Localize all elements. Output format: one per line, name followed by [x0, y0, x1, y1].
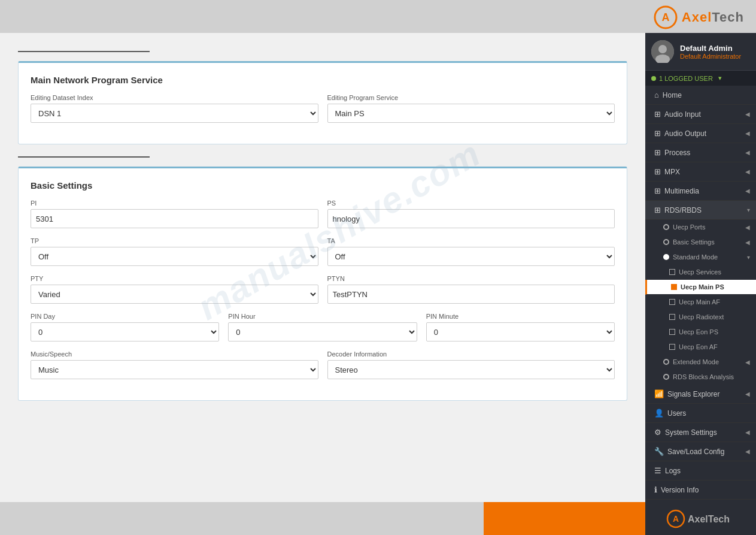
top-bar: A AxelTech — [0, 0, 756, 33]
sidebar-item-system-settings[interactable]: ⚙ System Settings ◀ — [645, 423, 756, 442]
sidebar-item-logs[interactable]: ☰ Logs — [645, 461, 756, 480]
sidebar-logo: A AxelTech — [645, 500, 756, 535]
ptyn-input[interactable] — [327, 285, 615, 304]
checkbox-uecp-main-ps — [671, 284, 677, 290]
home-icon: ⌂ — [654, 90, 659, 99]
pi-group: PI — [31, 200, 318, 228]
signals-icon: 📶 — [654, 389, 664, 398]
svg-text:A: A — [672, 514, 678, 524]
chevron-audio-input: ◀ — [745, 111, 750, 117]
chevron-multimedia: ◀ — [745, 188, 750, 194]
checkbox-uecp-services — [669, 269, 675, 275]
chevron-process: ◀ — [745, 149, 750, 156]
pin-hour-label: PIN Hour — [228, 313, 417, 320]
sidebar-user-name: Default Admin — [680, 44, 750, 53]
pty-ptyn-row: PTY Varied PTYN — [31, 275, 615, 304]
ta-group: TA Off — [327, 237, 615, 266]
sidebar-item-rds-rbds[interactable]: ⊞ RDS/RBDS ▾ — [645, 201, 756, 220]
logged-user-bar[interactable]: 1 LOGGED USER ▾ — [645, 71, 756, 86]
editing-dataset-select[interactable]: DSN 1 — [31, 104, 318, 123]
chevron-basic-settings: ◀ — [745, 239, 750, 246]
sidebar-item-save-load[interactable]: 🔧 Save/Load Config ◀ — [645, 442, 756, 461]
editing-program-select[interactable]: Main PS — [327, 104, 615, 123]
sidebar-sub-uecp-main-af[interactable]: Uecp Main AF — [645, 295, 756, 310]
audio-output-icon: ⊞ — [654, 129, 661, 138]
svg-point-3 — [658, 45, 667, 53]
main-network-row: Editing Dataset Index DSN 1 Editing Prog… — [31, 94, 615, 123]
tp-ta-row: TP Off TA Off — [31, 237, 615, 266]
sidebar-users-label: Users — [667, 409, 686, 418]
decoder-info-select[interactable]: Stereo — [327, 360, 615, 379]
axeltech-logo-icon: A — [653, 5, 678, 30]
main-network-title: Main Network Program Service — [31, 75, 615, 85]
sidebar-sub-rds-blocks[interactable]: RDS Blocks Analysis — [645, 370, 756, 385]
sidebar-sub-standard-mode[interactable]: Standard Mode ▾ — [645, 250, 756, 265]
sidebar-version-label: Version Info — [661, 486, 699, 494]
radio-rds-blocks — [663, 374, 669, 380]
sidebar-item-audio-input[interactable]: ⊞ Audio Input ◀ — [645, 105, 756, 124]
logged-user-count: 1 LOGGED USER — [659, 75, 713, 82]
pin-hour-select[interactable]: 0 — [228, 322, 417, 341]
pi-ps-row: PI PS — [31, 200, 615, 228]
editing-dataset-group: Editing Dataset Index DSN 1 — [31, 94, 318, 123]
music-speech-group: Music/Speech Music — [31, 350, 318, 379]
sidebar-item-audio-output[interactable]: ⊞ Audio Output ◀ — [645, 124, 756, 143]
avatar — [651, 40, 674, 63]
section-divider-1 — [18, 51, 150, 52]
sidebar-item-signals-explorer[interactable]: 📶 Signals Explorer ◀ — [645, 385, 756, 404]
sidebar-sub-basic-settings[interactable]: Basic Settings ◀ — [645, 235, 756, 250]
ps-group: PS — [327, 200, 615, 228]
sidebar-process-label: Process — [664, 149, 690, 157]
basic-settings-title: Basic Settings — [31, 180, 615, 191]
pin-minute-group: PIN Minute 0 — [426, 313, 615, 341]
sidebar-audio-input-label: Audio Input — [664, 110, 701, 119]
chevron-uecp-ports: ◀ — [745, 224, 750, 231]
sidebar-item-mpx[interactable]: ⊞ MPX ◀ — [645, 162, 756, 182]
sidebar-mpx-label: MPX — [664, 168, 680, 176]
sidebar-save-load-label: Save/Load Config — [667, 448, 724, 456]
sidebar-item-multimedia[interactable]: ⊞ Multimedia ◀ — [645, 182, 756, 201]
chevron-rds: ▾ — [747, 207, 750, 213]
ps-input[interactable] — [327, 209, 615, 228]
checkbox-uecp-radiotext — [669, 314, 675, 320]
tp-select[interactable]: Off — [31, 247, 318, 266]
multimedia-icon: ⊞ — [654, 186, 661, 195]
sidebar-standard-mode-label: Standard Mode — [673, 253, 718, 261]
sidebar: Default Admin Default Administrator 1 LO… — [645, 33, 756, 535]
decoder-info-label: Decoder Information — [327, 350, 615, 358]
music-decoder-row: Music/Speech Music Decoder Information S… — [31, 350, 615, 379]
sidebar-sub-uecp-ports[interactable]: Uecp Ports ◀ — [645, 220, 756, 235]
sidebar-signals-label: Signals Explorer — [667, 390, 719, 398]
pin-day-label: PIN Day — [31, 313, 219, 320]
system-settings-icon: ⚙ — [654, 428, 661, 437]
chevron-mpx: ◀ — [745, 168, 750, 175]
sidebar-uecp-eon-af-label: Uecp Eon AF — [679, 343, 718, 350]
ta-label: TA — [327, 237, 615, 244]
sidebar-item-version-info[interactable]: ℹ Version Info — [645, 480, 756, 500]
pin-day-select[interactable]: 0 — [31, 322, 219, 341]
sidebar-uecp-main-af-label: Uecp Main AF — [679, 298, 720, 306]
sidebar-user-info: Default Admin Default Administrator — [680, 44, 750, 60]
music-speech-select[interactable]: Music — [31, 360, 318, 379]
main-content: manualshive.com Main Network Program Ser… — [0, 33, 645, 535]
sidebar-sub-uecp-eon-af[interactable]: Uecp Eon AF — [645, 340, 756, 355]
sidebar-sub-uecp-services[interactable]: Uecp Services — [645, 265, 756, 280]
sidebar-item-users[interactable]: 👤 Users — [645, 404, 756, 423]
sidebar-uecp-main-ps-label: Uecp Main PS — [681, 283, 724, 291]
ta-select[interactable]: Off — [327, 247, 615, 266]
sidebar-audio-output-label: Audio Output — [664, 129, 706, 138]
pin-minute-select[interactable]: 0 — [426, 322, 615, 341]
sidebar-item-home[interactable]: ⌂ Home — [645, 86, 756, 105]
sidebar-sub-uecp-main-ps[interactable]: Uecp Main PS — [645, 280, 756, 295]
sidebar-item-process[interactable]: ⊞ Process ◀ — [645, 143, 756, 162]
top-logo: A AxelTech — [653, 5, 744, 30]
chevron-audio-output: ◀ — [745, 130, 750, 137]
pi-input[interactable] — [31, 209, 318, 228]
pty-select[interactable]: Varied — [31, 285, 318, 304]
sidebar-sub-uecp-eon-ps[interactable]: Uecp Eon PS — [645, 325, 756, 340]
content-area: manualshive.com Main Network Program Ser… — [0, 33, 645, 502]
sidebar-sub-extended-mode[interactable]: Extended Mode ◀ — [645, 355, 756, 370]
pin-day-group: PIN Day 0 — [31, 313, 219, 341]
sidebar-sub-uecp-radiotext[interactable]: Uecp Radiotext — [645, 310, 756, 325]
save-icon: 🔧 — [654, 447, 664, 456]
